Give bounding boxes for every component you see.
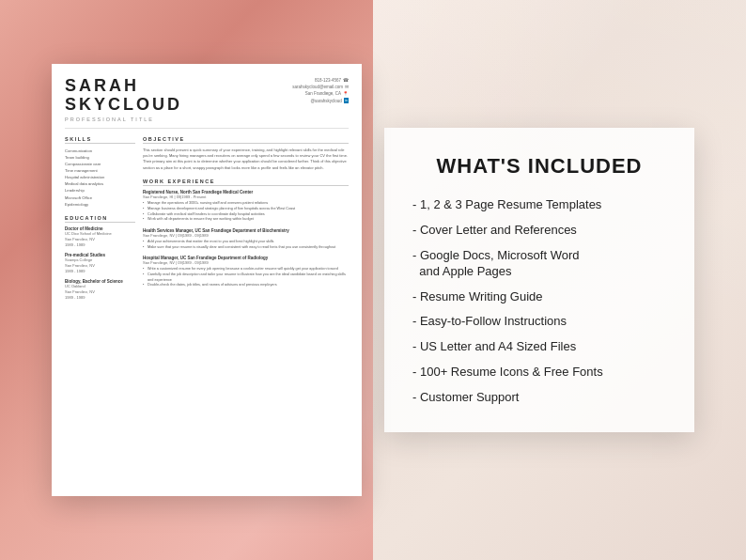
resume-professional-title: PROFESSIONAL TITLE [65,117,182,122]
resume-sidebar: SKILLS Communication Team building Compa… [65,136,135,496]
resume-header: SARAH SKYCLOUD PROFESSIONAL TITLE 818-12… [65,77,349,129]
included-item-8: - Customer Support [412,390,666,406]
work-bullet-3b: Carefully read the job description and t… [143,272,349,283]
work-bullet-1d: Work with all departments to ensure they… [143,217,349,223]
included-item-5: - Easy-to-Follow Instructions [412,314,666,330]
main-container: SARAH SKYCLOUD PROFESSIONAL TITLE 818-12… [0,0,746,560]
edu-school-1: UC Dixo School of MedicineSan Frandieo, … [65,231,135,248]
work-entry-3: Hospital Manager, UC San Frandiege Depar… [143,256,349,288]
edu-school-2: Scamps CollegeSan Frandieo, NV1989 - 198… [65,257,135,274]
resume-contact: 818-123-4567 ☎ sarahskycloud@email.com ✉… [292,77,349,104]
work-entry-2: Health Services Manager, UC San Frandieg… [143,228,349,250]
resume-name-section: SARAH SKYCLOUD PROFESSIONAL TITLE [65,77,182,122]
skills-list: Communication Team building Compassionat… [65,148,135,208]
included-item-4: - Resume Writing Guide [412,289,666,305]
included-item-6: - US Letter and A4 Sized Files [412,339,666,355]
resume-main: OBJECTIVE This section should present a … [143,136,349,496]
edu-school-3: UC OaklandSan Frandieo, NV1989 - 1989 [65,284,135,301]
whats-included-title: WHAT'S INCLUDED [412,154,666,179]
included-item-1: - 1, 2 & 3 Page Resume Templates [412,197,666,213]
skill-msoffice: Microsoft Office [65,194,135,201]
work-job-sub-1: San Frandiege, HI | 09|1989 - Present [143,194,349,199]
edu-entry-3: Biology, Bachelor of Science UC OaklandS… [65,279,135,301]
included-list: - 1, 2 & 3 Page Resume Templates - Cover… [412,197,666,406]
contact-social: @sarahskycloud in [292,98,349,104]
work-entry-1: Registered Nurse, North San Frandiege Me… [143,190,349,223]
skill-compassionate: Compassionate care [65,161,135,167]
contact-location: San Frandiege, CA 📍 [292,90,349,97]
resume-name: SARAH SKYCLOUD [65,77,182,115]
skill-communication: Communication [65,148,135,154]
linkedin-icon: in [344,98,349,103]
skill-teambuilding: Team building [65,154,135,161]
work-bullet-2b: Make sure that your resume is visually c… [143,245,349,251]
skill-time: Time management [65,167,135,174]
skill-hospital: Hospital administration [65,174,135,180]
resume-card: SARAH SKYCLOUD PROFESSIONAL TITLE 818-12… [52,64,362,496]
objective-title: OBJECTIVE [143,136,349,144]
edu-entry-1: Doctor of Medicine UC Dixo School of Med… [65,226,135,248]
skill-epidemiology: Epidemiology [65,201,135,208]
work-bullet-3c: Double-check the dates, job titles, and … [143,283,349,288]
included-item-2: - Cover Letter and References [412,223,666,239]
location-icon: 📍 [343,90,349,97]
whats-included-panel: WHAT'S INCLUDED - 1, 2 & 3 Page Resume T… [384,128,694,432]
skill-leadership: Leadership [65,187,135,194]
included-item-7: - 100+ Resume Icons & Free Fonts [412,365,666,381]
work-job-sub-3: San Frandiege, NV | 09|1989 - 09|1989 [143,260,349,265]
phone-icon: ☎ [343,77,349,84]
contact-email: sarahskycloud@email.com ✉ [292,84,349,90]
work-job-sub-2: San Frandiege, NV | 09|1989 - 09|1989 [143,233,349,238]
education-title: EDUCATION [65,215,135,223]
contact-phone: 818-123-4567 ☎ [292,77,349,84]
skill-medical-data: Medical data analytics [65,180,135,187]
work-title: WORK EXPERIENCE [143,179,349,186]
skills-title: SKILLS [65,136,135,144]
edu-entry-2: Pre-medical Studies Scamps CollegeSan Fr… [65,253,135,274]
included-item-3: - Google Docs, Microsoft Word and Apple … [412,248,666,280]
resume-body: SKILLS Communication Team building Compa… [65,136,349,496]
objective-text: This section should present a quick summ… [143,148,349,172]
email-icon: ✉ [345,84,349,90]
